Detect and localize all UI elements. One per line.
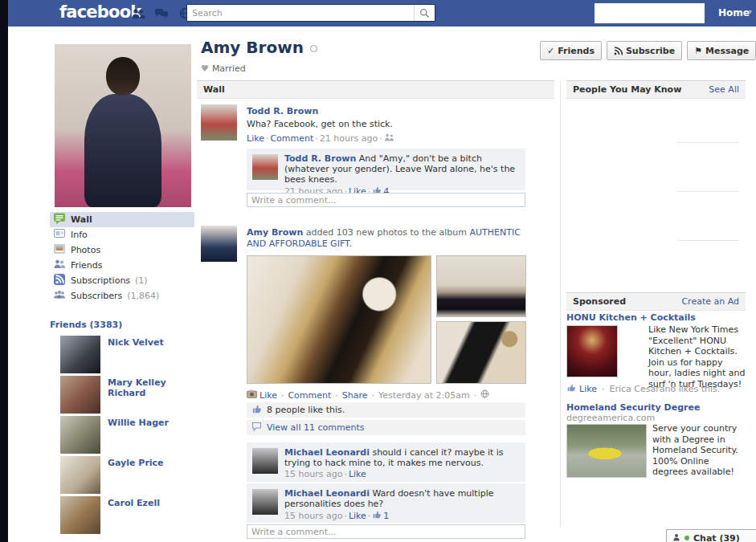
post-author-name[interactable]: Amy Brown	[247, 227, 303, 238]
album-photo-bottom[interactable]	[436, 321, 526, 384]
comment: Michael Leonardi should i cancel it? may…	[247, 442, 525, 482]
sidebar-item-subscribers[interactable]: Subscribers (1,864)	[50, 288, 194, 304]
friend-list-item[interactable]: Gayle Price	[60, 456, 195, 494]
comment-link[interactable]: Comment	[270, 133, 313, 144]
friend-list-item[interactable]: Willie Hager	[60, 416, 195, 454]
ad-body: Like New York Times "Excellent" HONU Kit…	[648, 324, 746, 389]
comment-timestamp: 15 hours ago	[284, 469, 342, 479]
likes-summary-text: 8 people like this.	[267, 405, 345, 415]
album-photo-large[interactable]	[247, 255, 431, 384]
column-divider	[560, 80, 561, 528]
comment-author-name[interactable]: Michael Leonardi	[284, 488, 370, 499]
write-comment-input[interactable]	[247, 193, 525, 207]
friend-photo[interactable]	[60, 456, 100, 494]
like-link[interactable]: Like	[349, 469, 366, 479]
search-icon[interactable]	[414, 5, 435, 21]
comment-author-name[interactable]: Michael Leonardi	[284, 447, 370, 458]
ad-image[interactable]	[566, 325, 618, 377]
chat-online-dot	[684, 536, 689, 540]
like-link[interactable]: Like	[349, 511, 366, 521]
comment-meta: 15 hours ago · Like · 1	[284, 510, 521, 522]
home-link[interactable]: Home	[718, 7, 750, 18]
friends-button[interactable]: ✓ Friends	[540, 41, 602, 60]
thumb-icon	[251, 404, 262, 417]
friend-name[interactable]: Carol Ezell	[108, 496, 191, 534]
post-author-name[interactable]: Todd R. Brown	[247, 106, 318, 116]
sidebar-item-subscriptions[interactable]: Subscriptions (1)	[50, 273, 194, 288]
friends-icon	[53, 258, 66, 273]
comment-author-avatar[interactable]	[252, 448, 278, 474]
sponsored-header-label: Sponsored	[573, 296, 626, 307]
comment: Michael Leonardi Ward doesn't have multi…	[247, 483, 525, 523]
ad-title[interactable]: Homeland Security Degree	[566, 402, 700, 413]
ad-title[interactable]: HONU Kitchen + Cocktails	[566, 312, 696, 323]
friend-photo[interactable]	[60, 496, 100, 534]
account-menu-caret-icon[interactable]: ▾	[748, 7, 752, 16]
relationship-status: ♥ Married	[201, 63, 246, 74]
post-text: Wha? Facebook, get on the stick.	[247, 119, 393, 129]
friend-list-item[interactable]: Nick Velvet	[60, 336, 195, 373]
friend-photo[interactable]	[60, 416, 100, 454]
create-an-ad-link[interactable]: Create an Ad	[681, 296, 739, 307]
comment-link[interactable]: Comment	[288, 390, 331, 401]
friend-photo[interactable]	[60, 336, 100, 373]
friend-list-item[interactable]: Carol Ezell	[60, 496, 195, 534]
message-button[interactable]: ⚑ Message	[687, 41, 756, 60]
friend-name[interactable]: Willie Hager	[108, 416, 191, 454]
comment: Todd R. Brown And "Amy," don't be a bitc…	[247, 149, 525, 190]
facebook-logo[interactable]: facebook	[59, 2, 141, 22]
like-count[interactable]: 1	[383, 511, 389, 521]
ad-image[interactable]	[566, 424, 647, 478]
sidebar-item-count: (1,864)	[127, 291, 159, 301]
profile-photo[interactable]	[55, 44, 191, 207]
messages-icon[interactable]	[153, 7, 170, 19]
friend-name[interactable]: Nick Velvet	[108, 336, 191, 373]
sidebar-item-label: Photos	[71, 245, 100, 255]
chat-label: Chat (39)	[693, 533, 740, 542]
wall-section-header: Wall	[197, 80, 554, 99]
ad-social-context: Like · Erica Cesarano likes this.	[566, 383, 720, 395]
post-story: Amy Brown added 103 new photos to the al…	[247, 227, 529, 250]
friend-name[interactable]: Mary Kelley Richard	[108, 376, 191, 414]
chat-bar[interactable]: Chat (39)	[666, 529, 756, 542]
sidebar-item-wall[interactable]: Wall	[50, 212, 194, 227]
view-comments-bar[interactable]: View all 11 comments	[247, 420, 525, 435]
friend-list-item[interactable]: Mary Kelley Richard	[60, 376, 195, 414]
globe-icon	[480, 389, 489, 401]
post-author-avatar[interactable]	[201, 226, 237, 262]
friend-photo[interactable]	[60, 376, 100, 414]
see-all-link[interactable]: See All	[709, 84, 739, 95]
comment-author-avatar[interactable]	[252, 154, 278, 180]
view-comments-link[interactable]: View all 11 comments	[267, 422, 364, 433]
info-icon	[53, 227, 66, 242]
write-comment-input[interactable]	[247, 524, 525, 539]
friend-requests-icon[interactable]	[130, 7, 146, 19]
friend-name[interactable]: Gayle Price	[108, 456, 191, 494]
comment-author-name[interactable]: Todd R. Brown	[284, 153, 356, 164]
friends-section-header[interactable]: Friends (3383)	[50, 320, 122, 330]
sidebar-item-info[interactable]: Info	[50, 227, 194, 242]
post-author-avatar[interactable]	[201, 104, 237, 141]
sidebar-item-photos[interactable]: Photos	[50, 242, 194, 258]
sidebar-item-friends[interactable]: Friends	[50, 258, 194, 273]
like-link[interactable]: Like	[259, 390, 277, 401]
flag-icon: ⚑	[694, 46, 702, 56]
wall-icon	[53, 212, 66, 227]
comment-author-avatar[interactable]	[252, 489, 278, 515]
wall-header-label: Wall	[203, 84, 225, 95]
comment-body: Michael Leonardi should i cancel it? may…	[284, 447, 504, 468]
page-title: Amy Brown	[201, 38, 317, 57]
sidebar-item-label: Friends	[71, 260, 103, 271]
ad-body: Serve your country with a Degree in Home…	[652, 423, 747, 478]
search-input[interactable]	[187, 5, 414, 21]
thumb-icon	[566, 383, 576, 395]
relationship-status-label: Married	[212, 63, 246, 74]
search-bar	[186, 4, 435, 22]
subscribe-button[interactable]: Subscribe	[607, 41, 682, 60]
album-photo-top[interactable]	[436, 255, 526, 317]
like-link[interactable]: Like	[579, 384, 597, 394]
profile-action-buttons: ✓ Friends Subscribe ⚑ Message ⚙ ▾	[540, 41, 756, 60]
share-link[interactable]: Share	[342, 390, 368, 401]
like-link[interactable]: Like	[247, 133, 264, 144]
post-meta: Like · Comment · Share · Yesterday at 2:…	[247, 389, 489, 401]
